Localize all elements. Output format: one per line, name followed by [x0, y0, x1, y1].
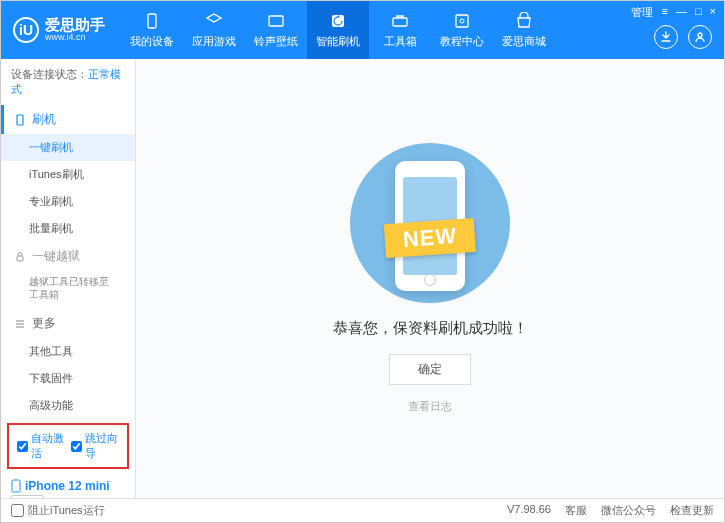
titlebar-controls: 管理≡—□× [631, 5, 716, 20]
maximize-icon[interactable]: □ [695, 5, 702, 20]
new-ribbon: NEW [384, 218, 476, 258]
svg-point-5 [460, 19, 464, 23]
close-icon[interactable]: × [710, 5, 716, 20]
svg-rect-3 [393, 18, 407, 26]
nav-phone[interactable]: 我的设备 [121, 1, 183, 59]
app-header: iU 爱思助手 www.i4.cn 我的设备应用游戏铃声壁纸智能刷机工具箱教程中… [1, 1, 724, 59]
support-link[interactable]: 客服 [565, 503, 587, 518]
connection-status: 设备连接状态：正常模式 [1, 59, 135, 105]
svg-rect-7 [17, 115, 23, 125]
update-link[interactable]: 检查更新 [670, 503, 714, 518]
svg-rect-1 [269, 16, 283, 26]
section-jailbreak[interactable]: 一键越狱 [1, 242, 135, 271]
svg-rect-0 [148, 14, 156, 28]
nav-toolbox[interactable]: 工具箱 [369, 1, 431, 59]
sidebar-item-flash-0[interactable]: 一键刷机 [1, 134, 135, 161]
minimize-icon[interactable]: — [676, 5, 687, 20]
nav-apps[interactable]: 应用游戏 [183, 1, 245, 59]
book-icon [453, 12, 471, 30]
svg-point-6 [698, 33, 702, 37]
settings-link[interactable]: 管理 [631, 5, 653, 20]
nav-store[interactable]: 爱思商城 [493, 1, 555, 59]
sidebar-item-more-1[interactable]: 下载固件 [1, 365, 135, 392]
skip-guide-checkbox[interactable]: 跳过向导 [71, 431, 119, 461]
app-title: 爱思助手 [45, 17, 105, 34]
folder-icon [267, 12, 285, 30]
version-label: V7.98.66 [507, 503, 551, 518]
lock-icon [14, 251, 26, 263]
logo: iU 爱思助手 www.i4.cn [13, 17, 105, 43]
apps-icon [205, 12, 223, 30]
top-nav: 我的设备应用游戏铃声壁纸智能刷机工具箱教程中心爱思商城 [121, 1, 555, 59]
section-flash[interactable]: 刷机 [1, 105, 135, 134]
app-url: www.i4.cn [45, 33, 105, 43]
block-itunes-checkbox[interactable]: 阻止iTunes运行 [11, 503, 105, 518]
user-button[interactable] [688, 25, 712, 49]
device-info[interactable]: iPhone 12 mini 64GB Down-12mini-13,1 [1, 473, 135, 498]
menu-icon[interactable]: ≡ [661, 5, 667, 20]
checkbox-options: 自动激活 跳过向导 [7, 423, 129, 469]
sidebar-item-flash-3[interactable]: 批量刷机 [1, 215, 135, 242]
svg-rect-9 [12, 480, 20, 492]
success-message: 恭喜您，保资料刷机成功啦！ [333, 319, 528, 338]
nav-refresh[interactable]: 智能刷机 [307, 1, 369, 59]
auto-activate-checkbox[interactable]: 自动激活 [17, 431, 65, 461]
svg-rect-4 [456, 15, 468, 27]
nav-folder[interactable]: 铃声壁纸 [245, 1, 307, 59]
main-content: NEW 恭喜您，保资料刷机成功啦！ 确定 查看日志 [136, 59, 724, 498]
logo-icon: iU [13, 17, 39, 43]
jailbreak-note: 越狱工具已转移至 工具箱 [1, 271, 135, 309]
toolbox-icon [391, 12, 409, 30]
download-button[interactable] [654, 25, 678, 49]
sidebar-item-flash-2[interactable]: 专业刷机 [1, 188, 135, 215]
sidebar-item-flash-1[interactable]: iTunes刷机 [1, 161, 135, 188]
sidebar-item-more-2[interactable]: 高级功能 [1, 392, 135, 419]
phone-icon [143, 12, 161, 30]
svg-rect-8 [17, 256, 23, 261]
menu-icon [14, 318, 26, 330]
success-illustration: NEW [350, 143, 510, 303]
section-more[interactable]: 更多 [1, 309, 135, 338]
device-icon [11, 479, 21, 493]
refresh-icon [329, 12, 347, 30]
ok-button[interactable]: 确定 [389, 354, 471, 385]
status-bar: 阻止iTunes运行 V7.98.66 客服 微信公众号 检查更新 [1, 498, 724, 522]
store-icon [515, 12, 533, 30]
wechat-link[interactable]: 微信公众号 [601, 503, 656, 518]
nav-book[interactable]: 教程中心 [431, 1, 493, 59]
sidebar-item-more-0[interactable]: 其他工具 [1, 338, 135, 365]
phone-icon [14, 114, 26, 126]
view-log-link[interactable]: 查看日志 [408, 399, 452, 414]
sidebar: 设备连接状态：正常模式 刷机 一键刷机iTunes刷机专业刷机批量刷机 一键越狱… [1, 59, 136, 498]
